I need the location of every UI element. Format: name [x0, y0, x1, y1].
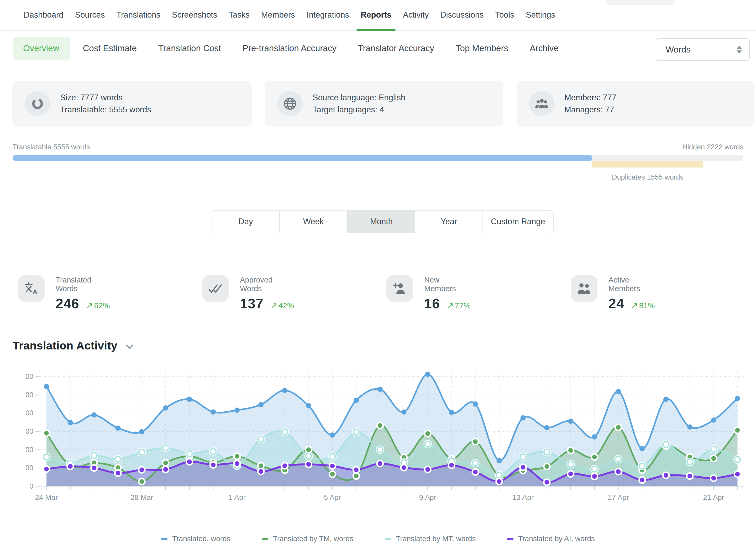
legend-label: Translated by AI, words	[518, 535, 595, 543]
chart-legend: Translated, wordsTranslated by TM, words…	[0, 535, 756, 543]
point	[163, 467, 168, 472]
subtab-translator-accuracy[interactable]: Translator Accuracy	[358, 43, 434, 53]
point	[91, 453, 97, 458]
chevron-down-icon[interactable]	[125, 344, 134, 350]
info-card-1-line-0: Source language: English	[313, 92, 405, 104]
legend-label: Translated by MT, words	[396, 535, 476, 543]
trend-up-icon: ↗	[270, 301, 277, 310]
nav-item-tasks[interactable]: Tasks	[223, 10, 255, 30]
point	[139, 429, 144, 434]
trend-up-icon: ↗	[86, 301, 93, 310]
subtab-pre-translation-accuracy[interactable]: Pre-translation Accuracy	[243, 43, 337, 53]
y-tick-label: 1500	[26, 427, 33, 435]
point	[544, 464, 549, 469]
point	[235, 461, 239, 466]
point	[259, 469, 263, 474]
x-tick-label: 21 Apr	[703, 493, 724, 501]
x-tick-label: 17 Apr	[608, 493, 629, 501]
point	[330, 464, 335, 468]
point	[735, 396, 740, 401]
unit-select[interactable]: Words	[656, 38, 750, 61]
point	[639, 463, 645, 469]
point	[735, 472, 740, 477]
point	[235, 454, 239, 459]
range-option-month[interactable]: Month	[348, 211, 415, 233]
point	[330, 432, 335, 438]
nav-item-settings[interactable]: Settings	[520, 10, 561, 30]
point	[639, 446, 645, 451]
info-card-2-line-0: Members: 777	[564, 92, 616, 104]
range-option-week[interactable]: Week	[280, 211, 348, 233]
subtab-overview[interactable]: Overview	[13, 37, 70, 60]
kpi-delta: ↗77%	[447, 300, 471, 310]
point	[521, 465, 525, 470]
point	[568, 461, 574, 467]
point	[377, 447, 383, 453]
y-tick-label: 500	[26, 464, 33, 472]
point	[663, 396, 669, 402]
point	[425, 431, 430, 436]
point	[377, 387, 383, 392]
translatable-label: Translatable 5555 words	[13, 143, 90, 151]
subtab-cost-estimate[interactable]: Cost Estimate	[83, 43, 137, 53]
nav-item-screenshots[interactable]: Screenshots	[166, 10, 223, 30]
point	[663, 442, 669, 447]
point	[640, 478, 644, 482]
point	[425, 441, 431, 447]
select-arrows-icon	[737, 46, 742, 54]
point	[44, 431, 49, 436]
legend-item-0[interactable]: Translated, words	[161, 535, 230, 543]
x-tick-label: 13 Apr	[512, 493, 534, 501]
point	[163, 461, 168, 465]
nav-item-translations[interactable]: Translations	[111, 10, 166, 30]
point	[711, 417, 716, 423]
subtab-translation-cost[interactable]: Translation Cost	[158, 43, 221, 53]
translation-activity-chart: 05001000150020002500300024 Mar28 Mar1 Ap…	[26, 368, 756, 504]
nav-item-dashboard[interactable]: Dashboard	[18, 10, 69, 30]
y-tick-label: 0	[29, 482, 33, 490]
point	[544, 425, 549, 430]
info-card-1-line-1: Target languages: 4	[313, 104, 405, 116]
range-option-custom-range[interactable]: Custom Range	[483, 211, 553, 233]
duplicates-label: Duplicates 1555 words	[592, 173, 703, 181]
nav-item-activity[interactable]: Activity	[397, 10, 434, 30]
point	[449, 410, 454, 415]
info-card-0-line-0: Size: 7777 words	[60, 92, 151, 104]
point	[330, 472, 335, 477]
nav-item-discussions[interactable]: Discussions	[434, 10, 489, 30]
point	[616, 389, 621, 394]
point	[568, 472, 573, 476]
point	[687, 459, 693, 465]
subtab-top-members[interactable]: Top Members	[456, 43, 508, 53]
legend-item-3[interactable]: Translated by AI, words	[507, 535, 595, 543]
point	[735, 428, 740, 433]
nav-item-members[interactable]: Members	[255, 10, 301, 30]
nav-item-reports[interactable]: Reports	[355, 10, 397, 30]
point	[353, 429, 359, 435]
legend-item-2[interactable]: Translated by MT, words	[385, 535, 476, 543]
kpi-card-approved-words: Approved Words137↗42%	[202, 275, 294, 311]
point	[44, 467, 49, 472]
unit-select-value: Words	[666, 45, 691, 55]
point	[211, 462, 216, 467]
nav-item-integrations[interactable]: Integrations	[301, 10, 355, 30]
report-subtabs: OverviewCost EstimateTranslation CostPre…	[13, 37, 580, 60]
point	[139, 479, 144, 484]
nav-item-sources[interactable]: Sources	[69, 10, 111, 30]
point	[211, 409, 216, 415]
point	[187, 396, 192, 402]
point	[592, 474, 597, 479]
point	[592, 466, 597, 472]
legend-item-1[interactable]: Translated by TM, words	[262, 535, 354, 543]
point	[234, 407, 240, 413]
kpi-label: Active Members	[608, 276, 655, 293]
kpi-label: New Members	[424, 276, 471, 293]
range-option-year[interactable]: Year	[415, 211, 483, 233]
subtab-archive[interactable]: Archive	[530, 43, 559, 53]
range-option-day[interactable]: Day	[212, 211, 280, 233]
nav-item-tools[interactable]: Tools	[490, 10, 520, 30]
point	[544, 449, 550, 455]
kpi-delta: ↗42%	[270, 300, 294, 310]
point	[210, 449, 216, 454]
date-range-selector: DayWeekMonthYearCustom Range	[212, 210, 554, 233]
